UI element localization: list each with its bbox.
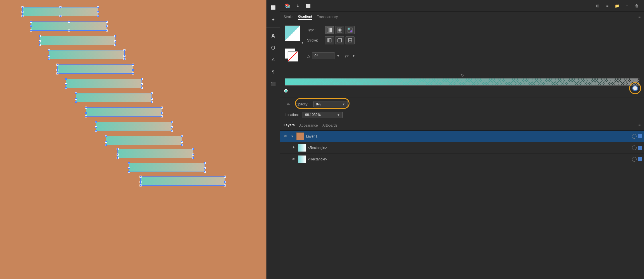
- expand-arrow-1[interactable]: ▼: [290, 134, 294, 139]
- visibility-icon-3[interactable]: 👁: [290, 156, 296, 162]
- gradient-bar[interactable]: [285, 78, 639, 86]
- tool-select[interactable]: ⬜: [268, 2, 278, 13]
- tab-layers[interactable]: Layers: [284, 123, 295, 128]
- layer-name-2: <Rectangle>: [308, 146, 630, 150]
- canvas-rect-11[interactable]: [117, 149, 193, 158]
- layer-name-3: <Rectangle>: [308, 157, 630, 161]
- svg-rect-6: [328, 39, 329, 42]
- panel-icon-3[interactable]: ⬜: [304, 2, 312, 10]
- tool-club[interactable]: ♣: [268, 14, 278, 25]
- canvas-rect-13[interactable]: [140, 176, 225, 186]
- reverse-dropdown-arrow[interactable]: ▼: [352, 54, 355, 58]
- left-stop-circle[interactable]: [284, 89, 288, 93]
- add-icon[interactable]: ＋: [623, 2, 631, 10]
- libraries-icon[interactable]: 📚: [284, 2, 292, 10]
- gradient-bar-container[interactable]: [285, 78, 639, 93]
- visibility-icon-2[interactable]: 👁: [290, 145, 296, 151]
- stroke-label-row: Stroke:: [307, 36, 639, 44]
- canvas-rect-1[interactable]: [22, 7, 98, 16]
- svg-rect-0: [327, 28, 332, 32]
- tool-ellipse[interactable]: O: [268, 43, 278, 53]
- gradient-stop-left[interactable]: [284, 89, 288, 93]
- refresh-icon[interactable]: ↻: [294, 2, 302, 10]
- location-input[interactable]: 98.1032% ▼: [303, 112, 343, 118]
- layer-thumbnail-1: [296, 132, 304, 140]
- canvas-rect-12[interactable]: [129, 163, 205, 172]
- stroke-buttons: [325, 36, 355, 44]
- canvas-rect-10[interactable]: [106, 136, 182, 145]
- canvas-rect-7[interactable]: [76, 93, 152, 102]
- delete-icon[interactable]: 🗑: [633, 2, 641, 10]
- layer-row-1[interactable]: 👁 ▼ Layer 1: [280, 131, 644, 142]
- tab-artboards[interactable]: Artboards: [322, 123, 337, 128]
- type-radial-btn[interactable]: [335, 26, 344, 34]
- swatch-dropdown-arrow[interactable]: ▼: [301, 41, 304, 44]
- gradient-stop-right[interactable]: [629, 82, 641, 94]
- layers-menu-icon[interactable]: ≡: [638, 123, 641, 127]
- layer-circle-1[interactable]: [632, 134, 637, 139]
- tab-transparency[interactable]: Transparency: [317, 14, 338, 19]
- stroke-label: Stroke:: [307, 38, 322, 42]
- panel-icons-top: 📚 ↻ ⬜ ⊞ ≡ 📁 ＋ 🗑: [280, 0, 644, 12]
- stroke-btn-2[interactable]: [335, 36, 344, 44]
- eyedropper-icon[interactable]: ✏: [285, 100, 293, 108]
- layer-square-2[interactable]: [638, 146, 642, 150]
- opacity-section: ✏ Opacity: 0% ▼ Location: 98.1032% ▼: [280, 97, 644, 120]
- type-freeform-btn[interactable]: [345, 26, 355, 34]
- canvas-rect-5[interactable]: [57, 64, 133, 74]
- canvas-rect-2[interactable]: [31, 21, 107, 31]
- type-row: ▼ Type:: [285, 25, 639, 45]
- location-row: Location: 98.1032% ▼: [285, 112, 639, 118]
- layer-row-3[interactable]: 👁 <Rectangle>: [280, 154, 644, 165]
- reverse-gradient-icon[interactable]: ⇄: [345, 53, 349, 59]
- location-dropdown-arrow[interactable]: ▼: [337, 113, 340, 117]
- layer-square-1[interactable]: [638, 134, 642, 138]
- tab-stroke[interactable]: Stroke: [284, 14, 294, 19]
- opacity-input[interactable]: 0% ▼: [313, 101, 348, 107]
- type-label: Type:: [307, 28, 322, 32]
- right-panel: 📚 ↻ ⬜ ⊞ ≡ 📁 ＋ 🗑 Stroke Gradient Transpar…: [280, 0, 644, 279]
- layer-name-1: Layer 1: [306, 134, 630, 138]
- canvas-rect-8[interactable]: [86, 107, 162, 117]
- right-stop-highlight-ring[interactable]: [629, 82, 641, 94]
- stroke-btn-3[interactable]: [345, 36, 355, 44]
- location-value: 98.1032%: [305, 113, 337, 117]
- svg-point-3: [348, 28, 350, 30]
- canvas-rect-4[interactable]: [49, 50, 125, 59]
- tool-transform[interactable]: ⬛: [268, 79, 278, 89]
- tab-menu-icon[interactable]: ≡: [638, 15, 641, 19]
- gradient-overlay: [285, 78, 639, 85]
- gradient-tab-bar: Stroke Gradient Transparency ≡: [280, 12, 644, 22]
- layer-thumbnail-2: [298, 144, 306, 152]
- layer-square-3[interactable]: [638, 157, 642, 161]
- layer-row-2[interactable]: 👁 <Rectangle>: [280, 142, 644, 154]
- opacity-row: ✏ Opacity: 0% ▼: [285, 99, 639, 109]
- gradient-preview-container[interactable]: ▼: [285, 25, 304, 45]
- svg-point-4: [350, 30, 352, 32]
- stroke-swatch-container[interactable]: [285, 48, 304, 63]
- folder-icon[interactable]: 📁: [613, 2, 621, 10]
- layer-circle-2[interactable]: [632, 146, 637, 150]
- visibility-icon-1[interactable]: 👁: [282, 133, 288, 139]
- angle-dropdown-arrow[interactable]: ▼: [337, 54, 340, 58]
- tool-paragraph[interactable]: ¶: [268, 67, 278, 77]
- canvas-rect-9[interactable]: [96, 122, 172, 131]
- tab-gradient[interactable]: Gradient: [298, 14, 312, 20]
- opacity-dropdown-arrow[interactable]: ▼: [342, 103, 345, 106]
- tab-appearance[interactable]: Appearance: [299, 123, 318, 128]
- toolbar-strip: ⬜ ♣ A O A ¶ ⬛: [266, 0, 280, 279]
- type-linear-btn[interactable]: [325, 26, 334, 34]
- angle-input[interactable]: 0°: [312, 52, 335, 59]
- layer-controls-2: [632, 146, 642, 150]
- stroke-btn-1[interactable]: [325, 36, 334, 44]
- grid-icon[interactable]: ⊞: [594, 2, 602, 10]
- right-stop-inner: [632, 85, 638, 91]
- stroke-within-icon: [327, 38, 332, 43]
- linear-gradient-icon: [327, 27, 332, 33]
- tool-type[interactable]: A: [268, 31, 278, 41]
- canvas-rect-3[interactable]: [40, 36, 115, 45]
- list-icon[interactable]: ≡: [603, 2, 611, 10]
- layer-circle-3[interactable]: [632, 157, 637, 162]
- canvas-rect-6[interactable]: [66, 79, 142, 88]
- tool-italic[interactable]: A: [268, 55, 278, 65]
